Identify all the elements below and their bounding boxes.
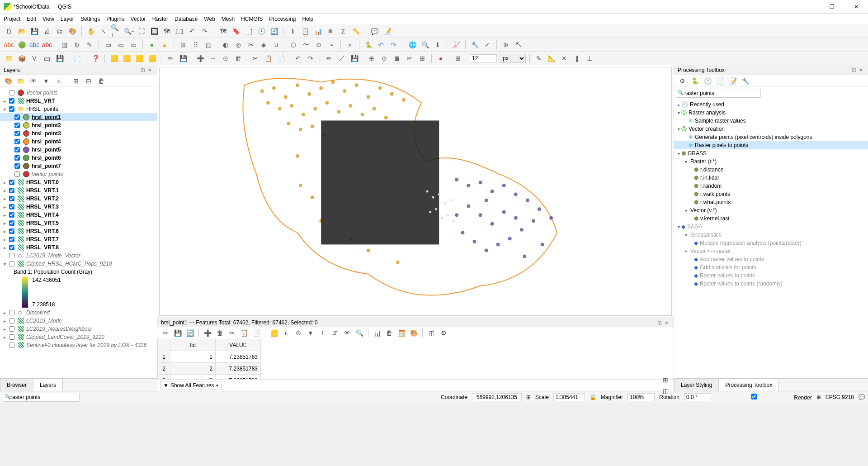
tab-browser[interactable]: Browser	[0, 379, 33, 391]
copy-icon[interactable]: 📋	[263, 53, 274, 64]
new-project-icon[interactable]: 🗋	[4, 26, 14, 37]
attribute-table[interactable]: fidVALUE 117.23851783 227.23851783 337.2…	[157, 339, 261, 379]
extents-icon[interactable]: ⊞	[526, 394, 531, 400]
digitize-pencil-icon[interactable]: ✏	[324, 53, 335, 64]
globe-icon[interactable]: 🌐	[407, 39, 418, 50]
layer-checkbox[interactable]	[14, 123, 20, 128]
layer-checkbox[interactable]	[9, 334, 14, 340]
snap-unit-select[interactable]: px	[499, 54, 526, 63]
toolbox-model-icon[interactable]: ⚙	[677, 76, 688, 86]
attr-reload-icon[interactable]: 🔄	[184, 328, 195, 338]
layer-style-icon[interactable]: 🎨	[3, 76, 14, 86]
save-project-icon[interactable]: 💾	[29, 26, 40, 37]
layer-label[interactable]: LC2019_Mode	[25, 318, 62, 324]
simplify-icon[interactable]: ⌁	[326, 39, 337, 50]
add-feature-icon[interactable]: ➕	[195, 53, 206, 64]
layer-checkbox[interactable]	[9, 228, 14, 234]
merge-icon[interactable]: ⊞	[417, 53, 428, 64]
attr-select-expr-icon[interactable]: ε	[281, 328, 292, 338]
snap-icon[interactable]: ⊞	[453, 53, 463, 64]
delete-selected-icon[interactable]: 🗑	[233, 53, 244, 64]
crs-label[interactable]: EPSG:9210	[826, 394, 854, 400]
select-features-icon[interactable]: 🟨	[108, 53, 119, 64]
layer-checkbox[interactable]	[9, 318, 14, 323]
attr-deselect-icon[interactable]: ⊘	[293, 328, 304, 338]
label-highlight-icon[interactable]: abc	[29, 39, 40, 50]
attr-delete-icon[interactable]: 🗑	[214, 328, 225, 338]
close-button[interactable]: ✕	[848, 4, 864, 10]
menu-hcmgis[interactable]: HCMGIS	[241, 16, 263, 22]
new-memory-icon[interactable]: 💾	[54, 53, 65, 64]
show-bookmarks-icon[interactable]: 📑	[243, 26, 254, 37]
layer-label[interactable]: LC2019_Mode_Vector	[25, 252, 80, 259]
statistics-icon[interactable]: ❄	[325, 26, 336, 37]
layer-checkbox[interactable]	[14, 114, 20, 120]
layer-label[interactable]: hrsl_point7	[31, 163, 61, 169]
pan-selection-icon[interactable]: ⤡	[98, 26, 109, 37]
attr-move-top-icon[interactable]: ⤒	[317, 328, 328, 338]
union-icon[interactable]: ∪	[271, 39, 282, 50]
zoom-full-icon[interactable]: ⛶	[136, 26, 147, 37]
select-value-icon[interactable]: ▭	[115, 39, 126, 50]
toolbox-edit-icon[interactable]: 📝	[727, 76, 738, 86]
zoom-out-icon[interactable]: 🔍-	[123, 26, 134, 37]
layer-label[interactable]: Dissolved	[25, 309, 50, 316]
menu-settings[interactable]: Settings	[80, 16, 100, 22]
tab-processing-toolbox[interactable]: Processing Toolbox	[718, 379, 779, 391]
layer-expression-icon[interactable]: ε	[53, 76, 64, 86]
layer-checkbox[interactable]	[14, 147, 20, 152]
attr-actions-icon[interactable]: ⚙	[438, 328, 449, 338]
layout-manager-icon[interactable]: 🗂	[54, 26, 65, 37]
osm-download-icon[interactable]: ⬇	[432, 39, 443, 50]
layer-label[interactable]: HRSL_VRT.0	[25, 179, 59, 185]
locator-search-input[interactable]	[3, 393, 80, 402]
deselect-all-icon[interactable]: 🟨	[134, 53, 145, 64]
layer-checkbox[interactable]	[9, 310, 14, 315]
menu-edit[interactable]: Edit	[27, 16, 36, 22]
node-tool-icon[interactable]: ⊙	[220, 53, 231, 64]
panel-close-icon[interactable]: ✕	[146, 67, 153, 74]
attr-delfield-icon[interactable]: 🗑	[384, 328, 395, 338]
layer-checkbox[interactable]	[9, 212, 14, 218]
undo-icon[interactable]: ↶	[376, 39, 387, 50]
attr-filter-icon[interactable]: ▼	[305, 328, 316, 338]
grid-dots-icon[interactable]: ⠿	[190, 39, 201, 50]
osm-search-icon[interactable]: 🔍	[420, 39, 430, 50]
layer-visibility-icon[interactable]: 👁	[28, 76, 39, 86]
select-all-icon[interactable]: 🟨	[146, 53, 157, 64]
attr-cut-icon[interactable]: ✂	[226, 328, 237, 338]
table-view-icon[interactable]: ⊞	[660, 375, 671, 385]
zoom-selection-icon[interactable]: 🔲	[149, 26, 160, 37]
map-canvas[interactable]	[159, 67, 672, 316]
label-change-icon[interactable]: ✎	[84, 39, 95, 50]
layer-collapse-icon[interactable]: ⊟	[83, 76, 94, 86]
toolbox-close-icon[interactable]: ✕	[857, 67, 864, 74]
menu-layer[interactable]: Layer	[61, 16, 74, 22]
attr-conditional-icon[interactable]: 🎨	[408, 328, 419, 338]
layer-expand-icon[interactable]: ⊞	[71, 76, 81, 86]
menu-processing[interactable]: Processing	[269, 16, 296, 22]
layer-label[interactable]: Vector points	[31, 171, 63, 177]
menu-web[interactable]: Web	[204, 16, 215, 22]
layer-label[interactable]: LC2019_NearestNeighbour	[25, 326, 92, 332]
layer-checkbox[interactable]	[9, 261, 14, 266]
move-feature-icon[interactable]: ↔	[208, 53, 218, 64]
messages-icon[interactable]: 💬	[859, 394, 865, 400]
new-print-layout-icon[interactable]: 🖨	[42, 26, 52, 37]
layer-checkbox[interactable]	[14, 139, 20, 144]
layer-label[interactable]: HRSL_VRT.6	[25, 228, 59, 234]
menu-raster[interactable]: Raster	[152, 16, 168, 22]
layer-label[interactable]: HRSL_VRT.5	[25, 220, 59, 226]
layers-tree[interactable]: Vector points ▸HRSL_VRT ▾📁HRSL_points hr…	[0, 87, 157, 378]
layer-label[interactable]: HRSL_VRT	[25, 98, 55, 104]
polygon-tool-icon[interactable]: ⬠	[288, 39, 299, 50]
layer-label[interactable]: hrsl_point3	[31, 130, 61, 137]
pan-icon[interactable]: ✋	[85, 26, 96, 37]
layer-checkbox[interactable]	[14, 163, 20, 169]
red-dot-icon[interactable]: ●	[435, 53, 446, 64]
gdal-icon[interactable]: ⛏	[513, 39, 524, 50]
paste-icon[interactable]: 📄	[275, 53, 286, 64]
render-checkbox[interactable]	[716, 394, 793, 399]
new-bookmark-icon[interactable]: 🔖	[231, 26, 241, 37]
new-virtual-icon[interactable]: 📄	[71, 53, 82, 64]
